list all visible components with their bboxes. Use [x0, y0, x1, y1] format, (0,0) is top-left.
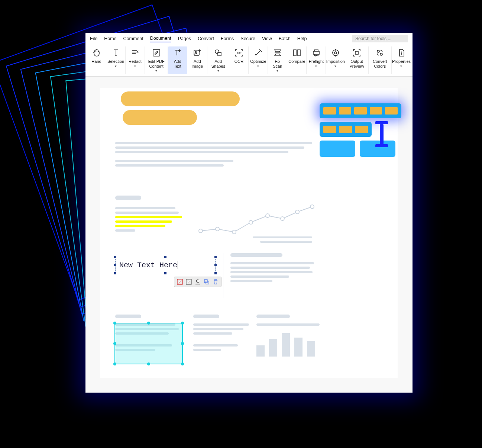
divider [223, 253, 223, 298]
subtitle-highlight [123, 110, 197, 125]
ribbon-label: Edit PDF Content [147, 59, 165, 68]
menu-help[interactable]: Help [297, 35, 307, 42]
svg-text:TXT: TXT [237, 52, 242, 54]
ribbon-label: Add Image [190, 59, 205, 68]
widget-row [320, 122, 372, 137]
convert-colors-button[interactable]: Convert Colors [369, 46, 392, 74]
compare-button[interactable]: Compare [287, 46, 307, 74]
line-chart [197, 199, 316, 240]
add-text-icon [173, 48, 182, 58]
menu-forms[interactable]: Forms [221, 35, 234, 42]
svg-rect-7 [298, 50, 300, 56]
chevron-down-icon: ▾ [115, 65, 117, 68]
preflight-button[interactable]: Preflight ▾ [307, 46, 326, 74]
svg-point-9 [333, 50, 339, 56]
widget-cell [320, 141, 355, 157]
chevron-down-icon: ▾ [334, 65, 336, 68]
delete-icon[interactable] [212, 278, 219, 285]
svg-rect-11 [355, 51, 358, 54]
colors-icon [375, 48, 385, 58]
ribbon-label: Add Shapes [210, 59, 227, 68]
svg-point-14 [401, 52, 402, 52]
svg-point-22 [310, 205, 314, 209]
ribbon-label: Optimize [250, 59, 266, 64]
pencil-box-icon [152, 48, 161, 58]
chevron-down-icon: ▾ [134, 65, 136, 68]
svg-point-27 [196, 280, 199, 283]
menu-home[interactable]: Home [104, 35, 116, 42]
optimize-button[interactable]: Optimize ▾ [249, 46, 268, 74]
paragraph-placeholder [115, 140, 312, 169]
imposition-button[interactable]: Imposition ▾ [326, 46, 345, 74]
text-edit-toolbar [174, 277, 221, 287]
menu-file[interactable]: File [90, 35, 97, 42]
decorative-table-widget [320, 103, 401, 157]
text-cursor-icon [375, 121, 388, 147]
svg-point-10 [334, 52, 337, 54]
fix-scan-button[interactable]: Fix Scan ▾ [268, 46, 287, 74]
selection-button[interactable]: Selection ▾ [106, 46, 126, 74]
output-preview-button[interactable]: Output Preview [345, 46, 368, 74]
info-icon [397, 48, 406, 58]
chevron-down-icon: ▾ [155, 69, 157, 72]
svg-point-17 [232, 230, 236, 234]
ribbon-label: Output Preview [347, 59, 366, 68]
svg-point-18 [249, 220, 253, 224]
highlighted-paragraph [115, 205, 182, 234]
menu-pages[interactable]: Pages [178, 35, 191, 42]
new-text-value: New Text Here [119, 261, 177, 270]
properties-button[interactable]: Properties ▾ [392, 46, 411, 74]
redact-button[interactable]: Redact ▾ [126, 46, 145, 74]
svg-point-20 [281, 217, 284, 220]
chevron-down-icon: ▾ [315, 65, 317, 68]
svg-point-16 [216, 227, 219, 231]
svg-point-13 [380, 53, 382, 55]
edit-pdf-content-button[interactable]: Edit PDF Content ▾ [145, 46, 168, 74]
no-fill-icon[interactable] [177, 278, 183, 285]
svg-point-21 [295, 210, 299, 214]
add-image-button[interactable]: Add Image [187, 46, 207, 74]
section-title-placeholder [115, 196, 141, 200]
search-input[interactable] [352, 35, 408, 42]
bar-chart [256, 325, 320, 357]
menu-convert[interactable]: Convert [198, 35, 214, 42]
svg-point-15 [199, 229, 203, 233]
underline-color-icon[interactable] [194, 278, 201, 285]
ribbon-label: Fix Scan [270, 59, 285, 68]
ribbon-toolbar: Hand Selection ▾ Redact ▾ Edit PDF Conte… [85, 44, 413, 77]
app-window: File Home Comment Document Pages Convert… [85, 33, 413, 393]
menu-view[interactable]: View [262, 35, 272, 42]
svg-rect-8 [313, 51, 319, 54]
menu-batch[interactable]: Batch [279, 35, 291, 42]
ribbon-label: Imposition [326, 59, 345, 64]
svg-point-19 [266, 214, 269, 217]
menu-secure[interactable]: Secure [240, 35, 255, 42]
svg-line-24 [178, 280, 182, 284]
ribbon-label: Add Text [170, 59, 185, 68]
svg-line-26 [187, 280, 191, 284]
chevron-down-icon: ▾ [257, 65, 259, 68]
ocr-button[interactable]: TXT OCR [229, 46, 249, 74]
menu-comment[interactable]: Comment [123, 35, 143, 42]
add-shape-icon [213, 48, 223, 58]
widget-row [320, 103, 401, 118]
redact-icon [130, 48, 140, 58]
chart-caption [260, 241, 312, 243]
no-border-icon[interactable] [185, 278, 192, 285]
ribbon-label: Hand [91, 59, 101, 64]
crop-icon [352, 48, 362, 58]
menu-document[interactable]: Document [150, 35, 171, 42]
target-icon [331, 48, 340, 58]
text-caret [178, 261, 178, 269]
add-shapes-button[interactable]: Add Shapes ▾ [207, 46, 229, 74]
add-text-button[interactable]: Add Text [168, 46, 187, 74]
copy-format-icon[interactable] [203, 278, 210, 285]
hand-button[interactable]: Hand [87, 46, 106, 74]
new-text-edit-box[interactable]: New Text Here [115, 257, 216, 273]
chevron-down-icon: ▾ [217, 69, 219, 72]
ribbon-label: OCR [234, 59, 243, 64]
menubar: File Home Comment Document Pages Convert… [85, 33, 413, 44]
selection-rectangle[interactable] [114, 323, 183, 364]
ocr-icon: TXT [234, 48, 244, 58]
add-image-icon [193, 48, 202, 58]
